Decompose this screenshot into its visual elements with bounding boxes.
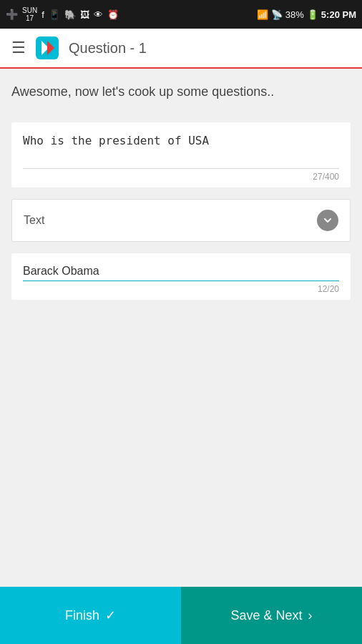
battery-icon: 🔋 — [307, 9, 318, 20]
status-bar-right: 📶 📡 38% 🔋 5:20 PM — [257, 9, 356, 20]
arrow-right-icon: › — [308, 608, 313, 623]
alarm-icon: ⏰ — [107, 9, 119, 20]
facebook-icon: f — [41, 9, 44, 20]
whatsapp-icon: 📱 — [49, 9, 60, 20]
main-content: Awesome, now let's cook up some question… — [0, 69, 362, 587]
app-bar: ☰ Question - 1 — [0, 29, 362, 69]
photos-icon: 🖼 — [80, 9, 89, 20]
app-logo — [34, 35, 60, 61]
finish-button[interactable]: Finish ✓ — [0, 587, 181, 644]
status-bar: ➕ SUN 17 f 📱 🐘 🖼 👁 ⏰ 📶 📡 38% 🔋 5:20 PM — [0, 0, 362, 29]
save-next-label: Save & Next — [230, 608, 302, 623]
answer-char-count: 12/20 — [23, 284, 339, 294]
finish-label: Finish — [65, 608, 99, 623]
hamburger-menu-icon[interactable]: ☰ — [11, 39, 26, 57]
question-char-count: 27/400 — [23, 172, 339, 182]
type-selector-label: Text — [24, 214, 44, 227]
bottom-bar: Finish ✓ Save & Next › — [0, 587, 362, 644]
page-title: Question - 1 — [69, 40, 147, 57]
eye-icon: 👁 — [94, 9, 103, 20]
intro-text: Awesome, now let's cook up some question… — [11, 83, 351, 101]
chevron-down-icon — [317, 210, 338, 231]
answer-section: 12/20 — [11, 253, 351, 300]
question-underline — [23, 168, 339, 169]
status-bar-left: ➕ SUN 17 f 📱 🐘 🖼 👁 ⏰ — [6, 6, 119, 22]
answer-underline — [23, 280, 339, 281]
save-next-button[interactable]: Save & Next › — [181, 587, 362, 644]
wifi-icon: 📶 — [257, 9, 268, 20]
evernote-icon: 🐘 — [64, 9, 76, 20]
status-time: 5:20 PM — [321, 9, 356, 20]
signal-icon: 📡 — [271, 9, 283, 20]
plus-icon: ➕ — [6, 9, 18, 20]
type-selector-dropdown[interactable]: Text — [11, 199, 351, 242]
status-date: SUN 17 — [22, 6, 37, 22]
check-icon: ✓ — [105, 608, 116, 623]
question-input[interactable] — [23, 134, 339, 162]
answer-input[interactable] — [23, 265, 339, 278]
question-section: 27/400 — [11, 122, 351, 187]
battery-level: 38% — [285, 9, 304, 20]
